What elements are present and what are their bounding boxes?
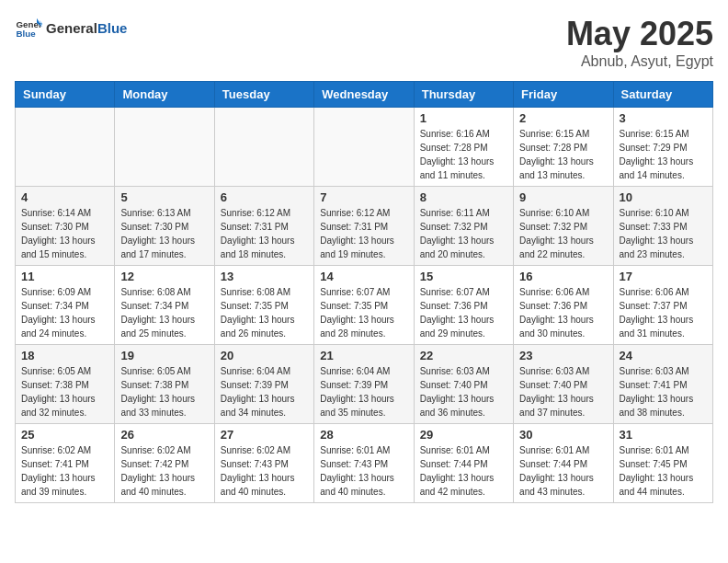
day-info: Sunrise: 6:01 AM Sunset: 7:44 PM Dayligh… bbox=[519, 443, 607, 499]
day-number: 8 bbox=[420, 190, 507, 204]
day-info: Sunrise: 6:09 AM Sunset: 7:34 PM Dayligh… bbox=[21, 285, 108, 340]
day-number: 5 bbox=[120, 190, 208, 204]
day-number: 7 bbox=[320, 190, 407, 204]
calendar-cell: 1Sunrise: 6:16 AM Sunset: 7:28 PM Daylig… bbox=[414, 108, 513, 187]
calendar-cell: 9Sunrise: 6:10 AM Sunset: 7:32 PM Daylig… bbox=[514, 187, 613, 266]
calendar-cell: 17Sunrise: 6:06 AM Sunset: 7:37 PM Dayli… bbox=[613, 266, 712, 345]
month-title: May 2025 bbox=[566, 15, 713, 53]
day-info: Sunrise: 6:10 AM Sunset: 7:32 PM Dayligh… bbox=[519, 206, 607, 261]
page-header: General Blue GeneralBlue May 2025 Abnub,… bbox=[15, 15, 713, 70]
calendar-cell bbox=[16, 108, 115, 187]
calendar-cell: 11Sunrise: 6:09 AM Sunset: 7:34 PM Dayli… bbox=[16, 266, 115, 345]
weekday-header: Friday bbox=[514, 82, 613, 108]
title-section: May 2025 Abnub, Asyut, Egypt bbox=[566, 15, 713, 70]
calendar-cell: 14Sunrise: 6:07 AM Sunset: 7:35 PM Dayli… bbox=[314, 266, 414, 345]
weekday-header: Saturday bbox=[613, 82, 712, 108]
calendar-cell: 21Sunrise: 6:04 AM Sunset: 7:39 PM Dayli… bbox=[314, 345, 414, 424]
calendar-cell: 29Sunrise: 6:01 AM Sunset: 7:44 PM Dayli… bbox=[414, 424, 513, 503]
day-info: Sunrise: 6:11 AM Sunset: 7:32 PM Dayligh… bbox=[420, 206, 507, 261]
day-info: Sunrise: 6:07 AM Sunset: 7:36 PM Dayligh… bbox=[420, 285, 507, 340]
day-number: 16 bbox=[519, 270, 607, 283]
calendar-cell: 26Sunrise: 6:02 AM Sunset: 7:42 PM Dayli… bbox=[115, 424, 214, 503]
day-info: Sunrise: 6:04 AM Sunset: 7:39 PM Dayligh… bbox=[221, 364, 308, 419]
day-info: Sunrise: 6:15 AM Sunset: 7:29 PM Dayligh… bbox=[620, 127, 707, 182]
day-info: Sunrise: 6:13 AM Sunset: 7:30 PM Dayligh… bbox=[120, 206, 208, 261]
calendar-cell: 18Sunrise: 6:05 AM Sunset: 7:38 PM Dayli… bbox=[16, 345, 115, 424]
calendar-week-row: 4Sunrise: 6:14 AM Sunset: 7:30 PM Daylig… bbox=[16, 187, 713, 266]
day-info: Sunrise: 6:12 AM Sunset: 7:31 PM Dayligh… bbox=[221, 206, 308, 261]
calendar-cell bbox=[314, 108, 414, 187]
calendar-cell: 27Sunrise: 6:02 AM Sunset: 7:43 PM Dayli… bbox=[214, 424, 313, 503]
day-info: Sunrise: 6:03 AM Sunset: 7:41 PM Dayligh… bbox=[620, 364, 707, 419]
day-info: Sunrise: 6:06 AM Sunset: 7:36 PM Dayligh… bbox=[519, 285, 607, 340]
calendar-cell: 4Sunrise: 6:14 AM Sunset: 7:30 PM Daylig… bbox=[16, 187, 115, 266]
day-number: 28 bbox=[320, 428, 407, 442]
day-number: 13 bbox=[221, 270, 308, 283]
day-info: Sunrise: 6:03 AM Sunset: 7:40 PM Dayligh… bbox=[420, 364, 507, 419]
calendar-cell: 8Sunrise: 6:11 AM Sunset: 7:32 PM Daylig… bbox=[414, 187, 513, 266]
day-number: 12 bbox=[120, 270, 208, 283]
day-info: Sunrise: 6:06 AM Sunset: 7:37 PM Dayligh… bbox=[620, 285, 707, 340]
calendar-cell: 25Sunrise: 6:02 AM Sunset: 7:41 PM Dayli… bbox=[16, 424, 115, 503]
day-number: 1 bbox=[420, 111, 507, 125]
weekday-header: Wednesday bbox=[314, 82, 414, 108]
calendar-cell bbox=[214, 108, 313, 187]
calendar-week-row: 11Sunrise: 6:09 AM Sunset: 7:34 PM Dayli… bbox=[16, 266, 713, 345]
weekday-header: Monday bbox=[115, 82, 214, 108]
day-info: Sunrise: 6:01 AM Sunset: 7:43 PM Dayligh… bbox=[320, 443, 407, 499]
calendar-cell: 2Sunrise: 6:15 AM Sunset: 7:28 PM Daylig… bbox=[514, 108, 613, 187]
logo-icon: General Blue bbox=[15, 15, 42, 42]
day-number: 31 bbox=[620, 428, 707, 442]
day-number: 9 bbox=[519, 190, 607, 204]
svg-text:Blue: Blue bbox=[17, 29, 37, 39]
calendar-cell: 6Sunrise: 6:12 AM Sunset: 7:31 PM Daylig… bbox=[214, 187, 313, 266]
weekday-header: Tuesday bbox=[214, 82, 313, 108]
day-number: 11 bbox=[21, 270, 108, 283]
day-number: 24 bbox=[620, 349, 707, 362]
calendar-cell: 7Sunrise: 6:12 AM Sunset: 7:31 PM Daylig… bbox=[314, 187, 414, 266]
calendar-cell: 13Sunrise: 6:08 AM Sunset: 7:35 PM Dayli… bbox=[214, 266, 313, 345]
calendar-cell: 10Sunrise: 6:10 AM Sunset: 7:33 PM Dayli… bbox=[613, 187, 712, 266]
day-number: 21 bbox=[320, 349, 407, 362]
calendar-cell bbox=[115, 108, 214, 187]
day-number: 19 bbox=[120, 349, 208, 362]
calendar-cell: 31Sunrise: 6:01 AM Sunset: 7:45 PM Dayli… bbox=[613, 424, 712, 503]
day-number: 17 bbox=[620, 270, 707, 283]
calendar-week-row: 25Sunrise: 6:02 AM Sunset: 7:41 PM Dayli… bbox=[16, 424, 713, 503]
calendar-cell: 30Sunrise: 6:01 AM Sunset: 7:44 PM Dayli… bbox=[514, 424, 613, 503]
day-number: 15 bbox=[420, 270, 507, 283]
weekday-header: Thursday bbox=[414, 82, 513, 108]
logo-general: General bbox=[46, 20, 97, 36]
calendar-cell: 23Sunrise: 6:03 AM Sunset: 7:40 PM Dayli… bbox=[514, 345, 613, 424]
day-number: 14 bbox=[320, 270, 407, 283]
day-number: 18 bbox=[21, 349, 108, 362]
day-number: 30 bbox=[519, 428, 607, 442]
calendar-cell: 15Sunrise: 6:07 AM Sunset: 7:36 PM Dayli… bbox=[414, 266, 513, 345]
day-info: Sunrise: 6:02 AM Sunset: 7:43 PM Dayligh… bbox=[221, 443, 308, 499]
day-info: Sunrise: 6:02 AM Sunset: 7:42 PM Dayligh… bbox=[120, 443, 208, 499]
location-title: Abnub, Asyut, Egypt bbox=[566, 53, 713, 70]
day-number: 27 bbox=[221, 428, 308, 442]
calendar-cell: 12Sunrise: 6:08 AM Sunset: 7:34 PM Dayli… bbox=[115, 266, 214, 345]
day-info: Sunrise: 6:07 AM Sunset: 7:35 PM Dayligh… bbox=[320, 285, 407, 340]
day-number: 3 bbox=[620, 111, 707, 125]
day-number: 6 bbox=[221, 190, 308, 204]
day-info: Sunrise: 6:08 AM Sunset: 7:35 PM Dayligh… bbox=[221, 285, 308, 340]
day-info: Sunrise: 6:14 AM Sunset: 7:30 PM Dayligh… bbox=[21, 206, 108, 261]
calendar-cell: 5Sunrise: 6:13 AM Sunset: 7:30 PM Daylig… bbox=[115, 187, 214, 266]
day-number: 26 bbox=[120, 428, 208, 442]
day-info: Sunrise: 6:08 AM Sunset: 7:34 PM Dayligh… bbox=[120, 285, 208, 340]
day-info: Sunrise: 6:10 AM Sunset: 7:33 PM Dayligh… bbox=[620, 206, 707, 261]
calendar-table: SundayMondayTuesdayWednesdayThursdayFrid… bbox=[15, 81, 713, 503]
day-info: Sunrise: 6:01 AM Sunset: 7:44 PM Dayligh… bbox=[420, 443, 507, 499]
day-info: Sunrise: 6:05 AM Sunset: 7:38 PM Dayligh… bbox=[21, 364, 108, 419]
day-info: Sunrise: 6:12 AM Sunset: 7:31 PM Dayligh… bbox=[320, 206, 407, 261]
day-info: Sunrise: 6:16 AM Sunset: 7:28 PM Dayligh… bbox=[420, 127, 507, 182]
calendar-cell: 24Sunrise: 6:03 AM Sunset: 7:41 PM Dayli… bbox=[613, 345, 712, 424]
day-info: Sunrise: 6:04 AM Sunset: 7:39 PM Dayligh… bbox=[320, 364, 407, 419]
day-info: Sunrise: 6:02 AM Sunset: 7:41 PM Dayligh… bbox=[21, 443, 108, 499]
day-info: Sunrise: 6:01 AM Sunset: 7:45 PM Dayligh… bbox=[620, 443, 707, 499]
calendar-cell: 28Sunrise: 6:01 AM Sunset: 7:43 PM Dayli… bbox=[314, 424, 414, 503]
calendar-cell: 22Sunrise: 6:03 AM Sunset: 7:40 PM Dayli… bbox=[414, 345, 513, 424]
calendar-week-row: 18Sunrise: 6:05 AM Sunset: 7:38 PM Dayli… bbox=[16, 345, 713, 424]
